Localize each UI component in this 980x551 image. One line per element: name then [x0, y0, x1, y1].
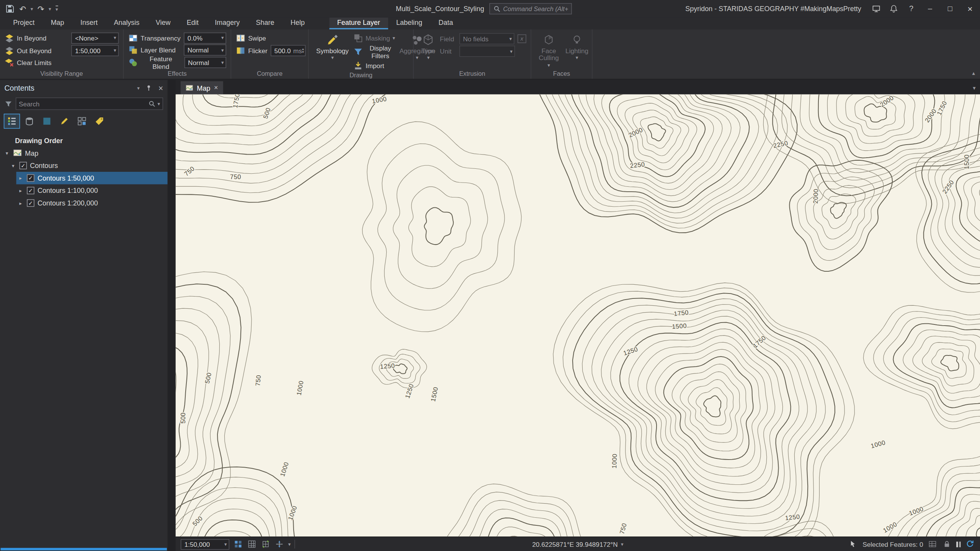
pane-menu-chevron-icon[interactable]: ▾	[137, 85, 140, 91]
layer-visibility-checkbox[interactable]: ✓	[27, 187, 34, 194]
undo-dropdown-icon[interactable]: ▾	[31, 6, 33, 12]
flicker-duration-spinner[interactable]: 500.0 ms ▴▾	[271, 45, 306, 56]
tab-project[interactable]: Project	[5, 18, 42, 29]
pane-splitter[interactable]	[168, 79, 176, 551]
layer-blend-button[interactable]: Layer Blend	[128, 45, 176, 55]
basemap-grid-icon[interactable]	[233, 539, 243, 549]
collapse-ribbon-icon[interactable]: ▴	[972, 70, 975, 76]
tab-edit[interactable]: Edit	[179, 18, 207, 29]
status-more-chevron-icon[interactable]: ▾	[288, 541, 291, 547]
tab-map[interactable]: Map	[42, 18, 72, 29]
expand-arrow-icon[interactable]: ▸	[18, 175, 24, 181]
contents-search-box[interactable]: ▾	[16, 98, 163, 110]
list-by-editing-button[interactable]	[57, 114, 72, 128]
layer-visibility-checkbox[interactable]: ✓	[27, 174, 34, 182]
unit-label: Unit	[440, 47, 456, 55]
tab-help[interactable]: Help	[283, 18, 313, 29]
attributes-grid-icon[interactable]	[928, 539, 938, 549]
transparency-button[interactable]: Transparency	[128, 33, 181, 43]
refresh-icon[interactable]	[965, 539, 975, 549]
tab-insert[interactable]: Insert	[72, 18, 106, 29]
map-coordinates[interactable]: 20.6225871°E 39.9489172°N▾	[532, 537, 623, 551]
list-by-drawing-order-button[interactable]	[4, 114, 19, 128]
sync-extent-icon[interactable]	[261, 539, 271, 549]
out-beyond-button[interactable]: Out Beyond	[4, 45, 51, 55]
maximize-button[interactable]: □	[940, 0, 960, 18]
command-search-box[interactable]	[489, 3, 572, 14]
close-button[interactable]: ×	[960, 0, 980, 18]
minimize-button[interactable]: –	[920, 0, 940, 18]
snapping-toggle-icon[interactable]	[274, 539, 284, 549]
swipe-button[interactable]: Swipe	[236, 33, 266, 43]
in-beyond-select[interactable]: <None>▾	[71, 33, 119, 44]
view-list-chevron-icon[interactable]: ▾	[973, 85, 975, 91]
contents-search-input[interactable]	[19, 100, 146, 108]
list-by-labeling-button[interactable]	[92, 114, 107, 128]
redo-dropdown-icon[interactable]: ▾	[49, 6, 51, 12]
expand-arrow-icon[interactable]: ▸	[18, 200, 24, 206]
tree-node-map[interactable]: ▾ Map	[0, 147, 168, 160]
expand-arrow-icon[interactable]: ▸	[18, 188, 24, 194]
contour-elevation-label: 1250	[622, 346, 639, 357]
layer-blend-select[interactable]: Normal▾	[184, 44, 226, 55]
list-by-data-source-button[interactable]	[22, 114, 37, 128]
spinner-arrows-icon[interactable]: ▴▾	[302, 47, 304, 53]
filter-funnel-icon[interactable]	[4, 99, 12, 108]
clear-limits-button[interactable]: Clear Limits	[4, 57, 51, 67]
feature-blend-button[interactable]: Feature Blend	[128, 55, 181, 70]
tab-imagery[interactable]: Imagery	[207, 18, 248, 29]
map-status-bar: 1:50,000▾ ▾ 20.6225871°E 39.9489172°N▾ S…	[176, 536, 980, 551]
import-button[interactable]: Import	[353, 60, 395, 70]
tree-node-layer[interactable]: ▸ ✓ Contours 1:200,000	[16, 197, 167, 209]
layer-visibility-checkbox[interactable]: ✓	[20, 162, 27, 170]
in-beyond-button[interactable]: In Beyond	[4, 33, 46, 43]
search-icon[interactable]	[148, 100, 156, 108]
close-view-icon[interactable]: ×	[214, 84, 218, 91]
map-canvas[interactable]: 1750500100020002250200017502000225015002…	[176, 95, 980, 537]
search-options-chevron-icon[interactable]: ▾	[157, 101, 160, 107]
contour-elevation-label: 1000	[870, 439, 886, 449]
tab-view[interactable]: View	[148, 18, 179, 29]
tab-analysis[interactable]: Analysis	[106, 18, 147, 29]
tree-node-layer-selected[interactable]: ▸ ✓ Contours 1:50,000	[16, 172, 167, 184]
lock-icon[interactable]	[942, 539, 952, 549]
map-scale-select[interactable]: 1:50,000▾	[181, 539, 229, 549]
list-by-selection-button[interactable]	[39, 114, 54, 128]
help-icon[interactable]: ?	[903, 0, 920, 18]
contour-elevation-label: 1000	[371, 95, 387, 104]
tree-node-layer[interactable]: ▸ ✓ Contours 1:100,000	[16, 184, 167, 197]
redo-button[interactable]: ↷	[38, 5, 44, 13]
tree-node-contours-group[interactable]: ▾ ✓ Contours	[0, 159, 168, 172]
grid-icon[interactable]	[247, 539, 257, 549]
list-by-snapping-button[interactable]	[74, 114, 89, 128]
customize-quick-access-icon[interactable]: ▾	[56, 5, 58, 12]
pause-drawing-icon[interactable]	[956, 541, 960, 547]
symbology-icon	[326, 33, 340, 47]
transparency-input[interactable]: 0.0%▾	[184, 32, 226, 43]
contour-elevation-label: 500	[204, 372, 213, 384]
out-beyond-select[interactable]: 1:50,000▾	[71, 45, 119, 56]
map-view-tab[interactable]: Map ×	[181, 81, 223, 94]
tab-labeling[interactable]: Labeling	[388, 18, 430, 29]
feature-blend-select[interactable]: Normal▾	[184, 57, 226, 68]
active-pane-indicator	[1, 548, 167, 551]
collapse-arrow-icon[interactable]: ▾	[10, 163, 16, 168]
presentation-icon[interactable]	[867, 0, 885, 18]
layer-visibility-checkbox[interactable]: ✓	[27, 199, 34, 207]
contour-elevation-label: 1750	[232, 95, 241, 109]
tab-share[interactable]: Share	[248, 18, 282, 29]
tab-data[interactable]: Data	[430, 18, 461, 29]
undo-button[interactable]: ↶	[20, 5, 26, 13]
save-icon[interactable]	[5, 4, 15, 14]
view-tab-strip: Map × ▾	[176, 80, 980, 95]
symbology-button[interactable]: Symbology ▾	[313, 32, 352, 60]
tab-feature-layer[interactable]: Feature Layer	[329, 18, 388, 29]
pin-icon[interactable]	[145, 84, 153, 92]
display-filters-button[interactable]: Display Filters	[353, 44, 395, 59]
flicker-button[interactable]: Flicker	[236, 45, 268, 55]
selection-icon	[42, 116, 52, 126]
collapse-arrow-icon[interactable]: ▾	[4, 150, 10, 156]
notifications-bell-icon[interactable]	[885, 0, 903, 18]
command-search-input[interactable]	[503, 5, 568, 12]
close-pane-icon[interactable]: ×	[158, 84, 163, 92]
